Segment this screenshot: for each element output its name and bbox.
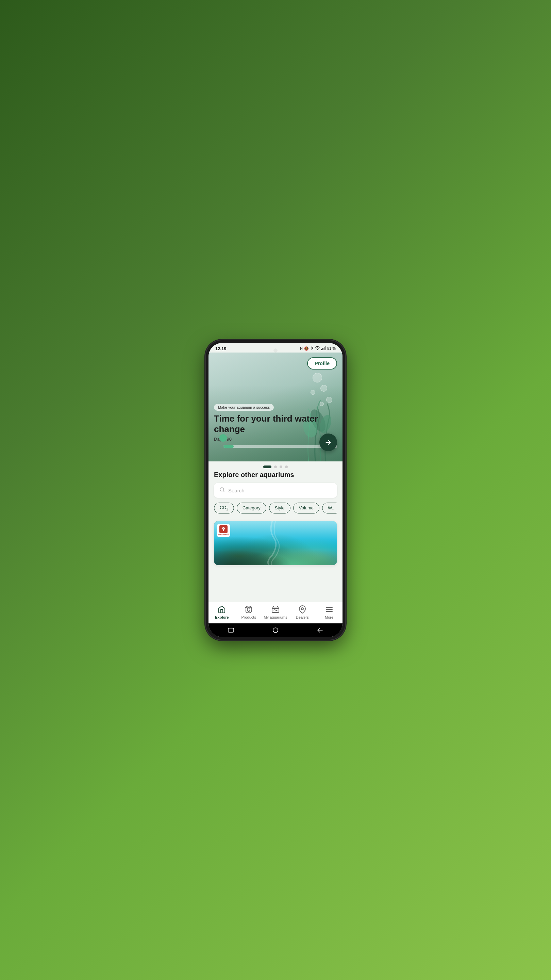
phone-frame: 12.19 N 🔕 (206, 340, 345, 640)
products-icon (244, 605, 253, 614)
explore-title: Explore other aquariums (214, 471, 337, 479)
android-home-button[interactable] (272, 626, 279, 634)
android-back-button[interactable] (316, 626, 324, 634)
nfc-icon: N (300, 347, 303, 350)
hero-section: Profile Make your aquarium a success Tim… (208, 353, 343, 461)
carousel-dot-4[interactable] (285, 466, 288, 468)
svg-point-16 (273, 628, 278, 633)
arrow-right-icon (324, 439, 332, 446)
search-icon (219, 487, 225, 494)
filter-chip-category[interactable]: Category (237, 503, 266, 514)
nav-my-aquariums-label: My aquariums (264, 615, 287, 619)
svg-rect-15 (228, 628, 233, 632)
explore-icon (218, 605, 226, 614)
nav-dealers[interactable]: Dealers (289, 605, 316, 619)
nav-my-aquariums[interactable]: My aquariums (262, 605, 289, 619)
wifi-icon (315, 346, 320, 351)
filter-chips: CO2 Category Style Volume W... (214, 503, 337, 516)
nav-products[interactable]: Products (235, 605, 262, 619)
advanced-logo-inner (219, 525, 227, 533)
svg-rect-0 (321, 349, 322, 350)
battery-icon: 51 % (327, 347, 336, 350)
carousel-next-button[interactable] (319, 434, 337, 451)
carousel-dot-2[interactable] (274, 466, 277, 468)
svg-rect-8 (223, 529, 224, 531)
filter-chip-co2[interactable]: CO2 (214, 503, 234, 514)
progress-bar-fill (224, 445, 233, 448)
status-bar: 12.19 N 🔕 (208, 343, 343, 353)
svg-rect-1 (322, 348, 324, 350)
status-icons: N 🔕 (300, 346, 336, 351)
nav-explore-label: Explore (215, 615, 229, 619)
dealers-icon (298, 605, 307, 614)
android-recents-button[interactable] (227, 626, 235, 634)
nav-products-label: Products (241, 615, 256, 619)
phone-screen: 12.19 N 🔕 (208, 343, 343, 637)
search-bar[interactable]: Search (214, 483, 337, 498)
status-time: 12.19 (215, 346, 227, 351)
svg-rect-2 (324, 347, 325, 350)
filter-chip-volume[interactable]: Volume (293, 503, 319, 514)
screen-content: Profile Make your aquarium a success Tim… (208, 353, 343, 602)
aquarium-card[interactable]: advanced® (214, 521, 337, 565)
my-aquariums-icon (271, 605, 280, 614)
android-nav-bar (208, 624, 343, 637)
signal-icon (321, 346, 326, 351)
svg-rect-3 (325, 346, 326, 350)
carousel-dot-3[interactable] (279, 466, 282, 468)
hero-day: Day 8/90 (214, 437, 337, 442)
carousel-dots (208, 461, 343, 471)
filter-chip-style[interactable]: Style (269, 503, 291, 514)
nav-dealers-label: Dealers (296, 615, 309, 619)
nav-more-label: More (325, 615, 333, 619)
bluetooth-icon (310, 346, 314, 351)
profile-button[interactable]: Profile (307, 357, 337, 369)
hero-tag: Make your aquarium a success (214, 404, 274, 411)
advanced-logo: advanced® (217, 524, 230, 537)
svg-point-11 (301, 608, 303, 610)
bubble-1 (313, 373, 322, 382)
nav-more[interactable]: More (316, 605, 343, 619)
bottom-nav: Explore Products (208, 602, 343, 624)
more-icon (325, 605, 333, 614)
explore-section: Explore other aquariums Search CO2 Categ… (208, 471, 343, 565)
hero-title: Time for your third water change (214, 414, 337, 434)
search-placeholder-text: Search (228, 488, 245, 493)
silent-icon: 🔕 (304, 347, 309, 351)
water-stream (214, 521, 337, 565)
progress-dot (219, 434, 227, 442)
filter-chip-more[interactable]: W... (322, 503, 337, 514)
carousel-dot-1[interactable] (263, 466, 272, 468)
card-image: advanced® (214, 521, 337, 565)
hero-content: Make your aquarium a success Time for yo… (214, 404, 337, 448)
nav-explore[interactable]: Explore (208, 605, 235, 619)
